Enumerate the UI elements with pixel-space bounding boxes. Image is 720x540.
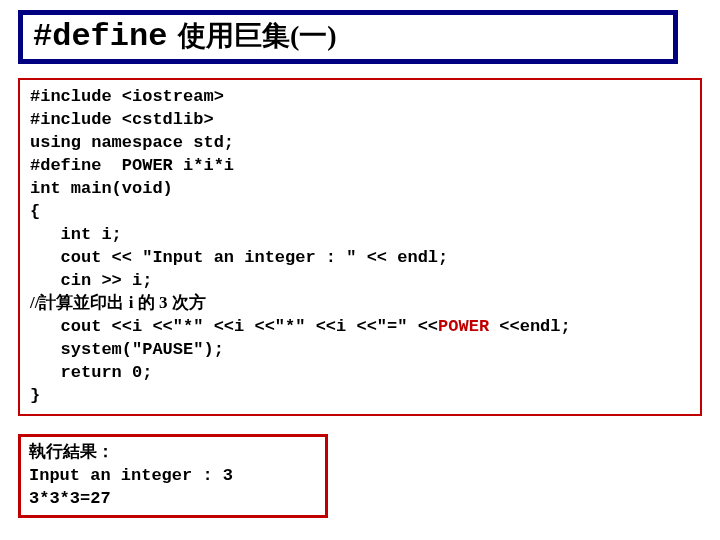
title-subtitle: 使用巨集(一): [178, 20, 337, 51]
code-block: #include <iostream> #include <cstdlib> u…: [18, 78, 702, 416]
code-line: }: [30, 386, 40, 405]
code-line: cout << "Input an integer : " << endl;: [30, 248, 448, 267]
code-line: int main(void): [30, 179, 173, 198]
code-line: return 0;: [30, 363, 152, 382]
code-line: <<endl;: [489, 317, 571, 336]
code-line: int i;: [30, 225, 122, 244]
result-output: 3*3*3=27: [29, 489, 111, 508]
code-comment: //計算並印出 i 的 3 次方: [30, 293, 206, 312]
title-main: #define: [33, 18, 167, 55]
code-line: #include <cstdlib>: [30, 110, 214, 129]
code-line: system("PAUSE");: [30, 340, 224, 359]
code-line: {: [30, 202, 40, 221]
code-line: cout <<i <<"*" <<i <<"*" <<i <<"=" <<: [30, 317, 438, 336]
code-line: #define POWER i*i*i: [30, 156, 234, 175]
code-line: using namespace std;: [30, 133, 234, 152]
result-box: 執行結果： Input an integer : 3 3*3*3=27: [18, 434, 328, 518]
slide: #define 使用巨集(一) #include <iostream> #inc…: [0, 0, 720, 540]
result-output: Input an integer : 3: [29, 466, 233, 485]
code-line: #include <iostream>: [30, 87, 224, 106]
result-label: 執行結果：: [29, 442, 114, 461]
code-line: cin >> i;: [30, 271, 152, 290]
title-box: #define 使用巨集(一): [18, 10, 678, 64]
code-highlight: POWER: [438, 317, 489, 336]
